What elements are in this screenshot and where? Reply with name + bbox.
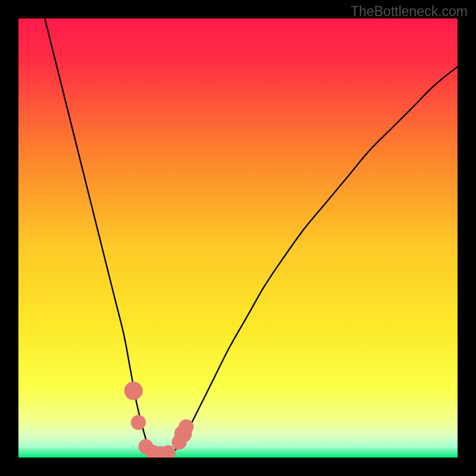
- data-marker: [131, 415, 146, 430]
- bottleneck-chart: [18, 18, 458, 458]
- gradient-background: [18, 18, 458, 458]
- data-marker: [124, 381, 143, 400]
- watermark-text: TheBottleneck.com: [350, 4, 468, 20]
- data-marker: [178, 419, 193, 434]
